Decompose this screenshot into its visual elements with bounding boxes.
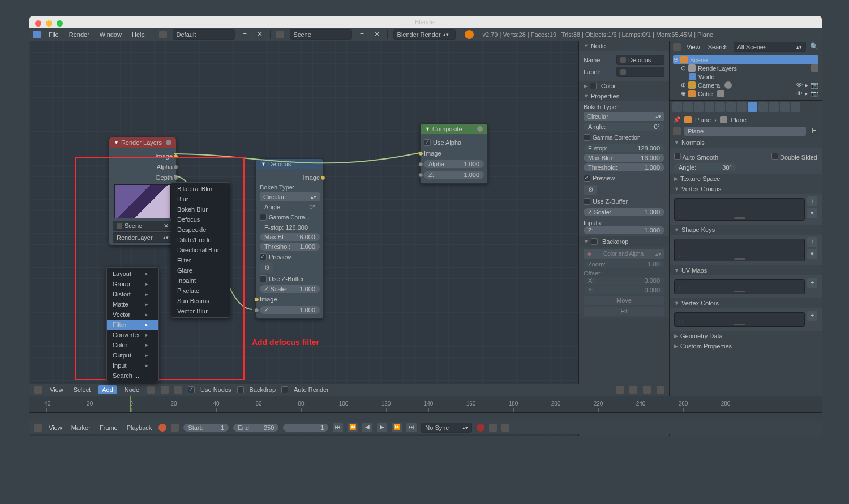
minimize-window-button[interactable] bbox=[46, 20, 52, 27]
copy-nodes-icon[interactable] bbox=[629, 386, 637, 394]
keyframe-prev-button[interactable]: ⏪ bbox=[348, 423, 358, 432]
tree-item-camera[interactable]: ⊕Camera👁▸📷 bbox=[673, 81, 818, 89]
menu-item-bilateral-blur[interactable]: Bilateral Blur bbox=[171, 184, 230, 194]
menu-item-vector-blur[interactable]: Vector Blur bbox=[171, 306, 230, 316]
scene-dropdown[interactable]: Scene bbox=[290, 29, 352, 40]
z-field[interactable]: Z:1.000 bbox=[584, 226, 664, 234]
preview-icon-button[interactable]: ⚙ bbox=[584, 185, 597, 195]
input-socket-z[interactable] bbox=[418, 173, 423, 178]
timeline-view-menu[interactable]: View bbox=[46, 423, 65, 432]
auto-render-checkbox[interactable] bbox=[281, 386, 288, 393]
backdrop-checkbox[interactable] bbox=[237, 386, 244, 393]
panel-color[interactable]: Color bbox=[579, 81, 669, 91]
move-button[interactable]: Move bbox=[584, 296, 664, 305]
menu-item-filter[interactable]: Filter bbox=[107, 320, 158, 330]
node-name-field[interactable]: Defocus bbox=[616, 55, 664, 65]
offset-y-field[interactable]: Y:0.000 bbox=[584, 286, 664, 294]
node-editor[interactable]: Render Layers Image Alpha Depth Scene✕ R… bbox=[29, 41, 578, 436]
record-button[interactable] bbox=[477, 424, 484, 432]
keying-dropdown-icon[interactable] bbox=[501, 424, 509, 432]
menu-item-distort[interactable]: Distort bbox=[107, 289, 158, 299]
select-icon[interactable]: ▸ bbox=[805, 81, 808, 89]
add-layout-button[interactable]: + bbox=[241, 30, 250, 39]
menu-item-matte[interactable]: Matte bbox=[107, 299, 158, 309]
gpencil-icon[interactable] bbox=[657, 386, 664, 394]
timeline-editor-icon[interactable] bbox=[34, 424, 42, 432]
node-header[interactable]: Defocus bbox=[256, 159, 323, 169]
vertex-groups-list[interactable]: ∷ bbox=[674, 198, 805, 221]
panel-properties[interactable]: Properties bbox=[579, 91, 669, 101]
window-menu[interactable]: Window bbox=[97, 30, 124, 39]
tree-item-cube[interactable]: ⊕Cube👁▸📷 bbox=[673, 89, 818, 98]
z-field[interactable]: Z:1.000 bbox=[424, 171, 484, 179]
menu-item-directional-blur[interactable]: Directional Blur bbox=[171, 245, 230, 255]
scene-icon[interactable] bbox=[276, 31, 284, 38]
fake-user-button[interactable]: F bbox=[809, 127, 818, 136]
node-preview-icon[interactable] bbox=[166, 140, 171, 145]
zscale-field[interactable]: Z-Scale:1.000 bbox=[584, 208, 664, 216]
add-shapekey-button[interactable]: + bbox=[807, 237, 817, 247]
backdrop-toggle-checkbox[interactable] bbox=[591, 238, 598, 245]
vertex-colors-list[interactable]: ∷ bbox=[674, 312, 805, 327]
gamma-checkbox[interactable] bbox=[260, 214, 267, 221]
remove-layout-button[interactable]: ✕ bbox=[255, 30, 264, 39]
panel-uv-maps[interactable]: UV Maps bbox=[670, 265, 822, 275]
fit-button[interactable]: Fit bbox=[584, 307, 664, 316]
render-menu[interactable]: Render bbox=[67, 30, 92, 39]
menu-item-group[interactable]: Group bbox=[107, 279, 158, 289]
node-editor-type-icon[interactable] bbox=[34, 386, 42, 394]
node-view-menu[interactable]: View bbox=[48, 385, 66, 394]
node-header[interactable]: Render Layers bbox=[109, 137, 176, 148]
select-icon[interactable]: ▸ bbox=[805, 90, 808, 97]
use-alpha-checkbox[interactable] bbox=[424, 139, 431, 146]
threshold-field[interactable]: Threshold:1.000 bbox=[584, 163, 664, 171]
panel-texture-space[interactable]: Texture Space bbox=[670, 174, 822, 184]
double-sided-checkbox[interactable] bbox=[771, 153, 778, 160]
render-icon[interactable]: 📷 bbox=[811, 81, 818, 89]
tree-item-world[interactable]: World bbox=[673, 72, 818, 81]
input-socket-image[interactable] bbox=[418, 151, 423, 156]
tab-texture[interactable] bbox=[769, 102, 779, 112]
zoom-field[interactable]: Zoom:1.00 bbox=[584, 260, 664, 268]
add-context-menu[interactable]: Layout Group Distort Matte Vector Filter… bbox=[106, 267, 159, 382]
help-menu[interactable]: Help bbox=[130, 30, 147, 39]
visibility-icon[interactable]: 👁 bbox=[796, 81, 803, 89]
shape-keys-list[interactable]: ∷ bbox=[674, 239, 805, 261]
add-scene-button[interactable]: + bbox=[358, 30, 367, 39]
menu-item-sun-beams[interactable]: Sun Beams bbox=[171, 296, 230, 306]
gamma-checkbox[interactable] bbox=[584, 134, 590, 141]
preview-checkbox[interactable] bbox=[584, 175, 590, 182]
menu-item-output[interactable]: Output bbox=[107, 350, 158, 360]
keying-set-icon[interactable] bbox=[489, 424, 497, 432]
sync-mode-dropdown[interactable]: No Sync▴▾ bbox=[421, 423, 472, 433]
tree-item-scene[interactable]: ⊖Scene bbox=[673, 55, 818, 64]
panel-custom-properties[interactable]: Custom Properties bbox=[670, 341, 822, 351]
backdrop-channel-dropdown[interactable]: ◆Color and Alpha▴▾ bbox=[584, 249, 664, 259]
use-nodes-checkbox[interactable] bbox=[188, 386, 195, 393]
tab-constraints[interactable] bbox=[726, 102, 736, 112]
menu-item-search[interactable]: Search ... bbox=[107, 371, 158, 381]
input-socket-image[interactable] bbox=[254, 297, 259, 302]
tab-render-layers[interactable] bbox=[683, 102, 693, 112]
panel-node[interactable]: Node bbox=[579, 41, 669, 51]
outliner-tree[interactable]: ⊖Scene ⊖RenderLayers World ⊕Camera👁▸📷 ⊕C… bbox=[670, 53, 822, 100]
outliner-view-menu[interactable]: View bbox=[684, 42, 702, 51]
jump-start-button[interactable]: ⏮ bbox=[333, 423, 343, 432]
node-select-menu[interactable]: Select bbox=[71, 385, 93, 394]
pin-icon[interactable]: 📌 bbox=[673, 116, 681, 123]
panel-backdrop[interactable]: Backdrop bbox=[579, 236, 669, 247]
visibility-icon[interactable]: 👁 bbox=[796, 90, 803, 97]
timeline-marker-menu[interactable]: Marker bbox=[69, 423, 93, 432]
defocus-node[interactable]: Defocus Image Bokeh Type: Circular▴▾ Ang… bbox=[256, 158, 324, 319]
blender-icon[interactable] bbox=[33, 31, 41, 38]
maxblur-field[interactable]: Max Blur:16.000 bbox=[584, 154, 664, 162]
timeline-ruler[interactable]: -40-200204060801001201401601802002202402… bbox=[29, 396, 822, 413]
menu-item-vector[interactable]: Vector bbox=[107, 309, 158, 320]
mesh-browse-icon[interactable] bbox=[673, 127, 681, 135]
menu-item-bokeh-blur[interactable]: Bokeh Blur bbox=[171, 204, 230, 214]
timeline-editor[interactable]: -40-200204060801001201401601802002202402… bbox=[29, 396, 822, 421]
panel-shape-keys[interactable]: Shape Keys bbox=[670, 225, 822, 235]
tab-world[interactable] bbox=[705, 102, 714, 112]
outliner-filter-dropdown[interactable]: All Scenes▴▾ bbox=[734, 42, 806, 52]
composite-node[interactable]: Composite Use Alpha Image Alpha:1.000 Z:… bbox=[420, 123, 488, 184]
